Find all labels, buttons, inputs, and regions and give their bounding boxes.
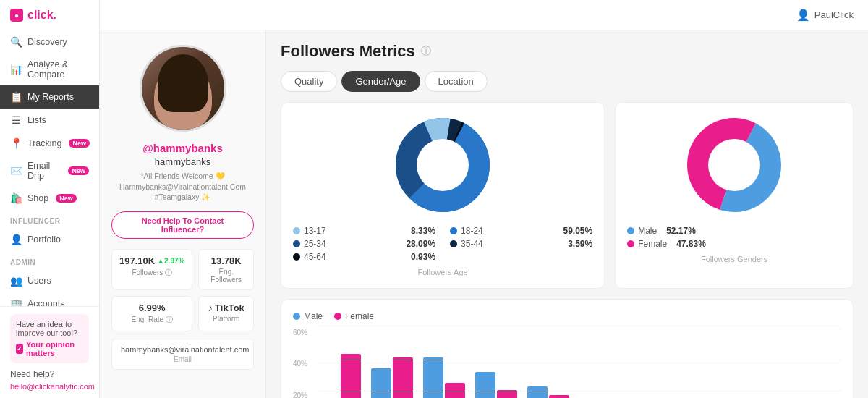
male-label: Male <box>304 311 323 321</box>
avatar-image <box>142 47 224 130</box>
bar-group-1824 <box>371 357 413 398</box>
legend-dot <box>450 240 457 247</box>
opinion-link-text: Your opinion matters <box>26 340 83 357</box>
tiktok-icon: ♪ <box>208 302 213 313</box>
chart-icon: 📊 <box>10 64 22 75</box>
age-donut-chart <box>392 114 493 216</box>
bar-male <box>371 368 391 398</box>
accounts-icon: 🏢 <box>10 298 22 306</box>
followers-value: 197.10K ▲2.97% <box>119 255 184 266</box>
email-value: hammybanks@viralnationtalent.com <box>121 345 244 354</box>
sidebar-item-portfolio[interactable]: 👤 Portfolio <box>0 228 99 251</box>
content-area: @hammybanks hammybanks *All Friends Welc… <box>100 30 868 398</box>
eng-rate-value: 6.99% <box>119 302 184 313</box>
gender-donut-chart <box>684 114 785 216</box>
users-icon: 👥 <box>10 275 22 287</box>
sidebar-item-shop[interactable]: 🛍️ Shop New <box>0 187 99 210</box>
sidebar-nav: 🔍 Discovery 📊 Analyze & Compare 📋 My Rep… <box>0 30 99 306</box>
sidebar-item-label: Users <box>27 276 51 286</box>
profile-bio: *All Friends Welcome 💛 Hammybanks@Viraln… <box>111 171 254 203</box>
legend-value: 47.83% <box>676 239 706 249</box>
sidebar: ● click. 🔍 Discovery 📊 Analyze & Compare… <box>0 0 100 398</box>
legend-label: 45-64 <box>304 252 326 262</box>
bar-legend-row: Male Female <box>293 311 841 321</box>
reports-icon: 📋 <box>10 91 22 103</box>
age-donut-svg <box>392 114 493 216</box>
sidebar-item-analyze[interactable]: 📊 Analyze & Compare <box>0 54 99 85</box>
stat-eng-rate: 6.99% Eng. Rate ⓘ <box>111 296 192 331</box>
sidebar-item-my-reports[interactable]: 📋 My Reports <box>0 85 99 109</box>
bar-female <box>497 390 517 398</box>
logo[interactable]: ● click. <box>0 0 99 30</box>
legend-value: 28.09% <box>406 239 435 249</box>
profile-panel: @hammybanks hammybanks *All Friends Welc… <box>100 30 266 398</box>
new-badge: New <box>68 166 89 175</box>
sidebar-item-label: Analyze & Compare <box>27 59 89 80</box>
legend-label: 25-34 <box>304 239 326 249</box>
tab-quality[interactable]: Quality <box>281 71 337 92</box>
new-badge: New <box>69 139 90 148</box>
legend-dot <box>293 240 300 247</box>
svg-point-6 <box>417 139 469 191</box>
sidebar-item-discovery[interactable]: 🔍 Discovery <box>0 30 99 54</box>
bar-chart-area: 60% 40% 20% <box>293 329 841 398</box>
profile-username: hammybanks <box>155 156 210 167</box>
page-title: Followers Metrics <box>281 42 415 61</box>
followers-change: ▲2.97% <box>157 257 184 265</box>
platform-value: ♪ TikTok <box>206 302 246 313</box>
opinion-box: Have an idea to improve our tool? ✓ Your… <box>10 314 89 363</box>
bar-group-3544 <box>475 372 517 398</box>
sidebar-item-accounts[interactable]: 🏢 Accounts <box>0 292 99 306</box>
bar-female <box>549 395 569 398</box>
stats-grid: 197.10K ▲2.97% Followers ⓘ 13.78K Eng. F… <box>111 249 254 331</box>
svg-point-9 <box>708 139 760 191</box>
donut-charts-row: 13-17 8.33% 18-24 59.05% 25-34 28.09% <box>281 102 854 289</box>
bar-group-1317 <box>319 354 361 398</box>
sidebar-item-users[interactable]: 👥 Users <box>0 269 99 292</box>
influencer-section-label: INFLUENCER <box>0 210 99 228</box>
gender-legend: Male 52.17% Female 47.83% <box>627 226 841 249</box>
legend-value: 3.59% <box>568 239 592 249</box>
tab-gender-age[interactable]: Gender/Age <box>341 71 420 92</box>
bar-female <box>445 383 465 398</box>
gender-chart-card: Male 52.17% Female 47.83% Followers Gend… <box>615 102 854 289</box>
age-chart-card: 13-17 8.33% 18-24 59.05% 25-34 28.09% <box>281 102 605 289</box>
legend-dot <box>450 227 457 234</box>
sidebar-item-tracking[interactable]: 📍 Tracking New <box>0 132 99 155</box>
bar-male <box>423 357 443 398</box>
username-display: PaulClick <box>814 9 854 20</box>
legend-value: 8.33% <box>411 226 435 236</box>
new-badge: New <box>56 194 77 203</box>
contact-button[interactable]: Need Help To Contact Influencer? <box>111 211 254 239</box>
email-type-label: Email <box>121 355 244 363</box>
check-icon: ✓ <box>16 344 23 354</box>
stat-platform: ♪ TikTok Platform <box>198 296 254 331</box>
tab-location[interactable]: Location <box>425 71 488 92</box>
sidebar-item-email-drip[interactable]: ✉️ Email Drip New <box>0 155 99 187</box>
female-label: Female <box>345 311 374 321</box>
sidebar-item-label: Email Drip <box>27 161 61 181</box>
sidebar-item-label: Lists <box>27 115 46 125</box>
email-icon: ✉️ <box>10 165 22 177</box>
portfolio-icon: 👤 <box>10 234 22 245</box>
sidebar-item-lists[interactable]: ☰ Lists <box>0 109 99 132</box>
help-email[interactable]: hello@clickanalytic.com <box>10 382 89 391</box>
bar-legend-male: Male <box>293 311 323 321</box>
platform-label: Platform <box>206 315 246 323</box>
bar-female <box>341 354 361 398</box>
grid-line <box>319 329 841 329</box>
legend-item-male: Male 52.17% <box>627 226 841 236</box>
info-icon[interactable]: ⓘ <box>421 45 431 58</box>
tracking-icon: 📍 <box>10 137 22 149</box>
opinion-link[interactable]: ✓ Your opinion matters <box>16 340 83 357</box>
legend-item-4564: 45-64 0.93% <box>293 252 435 262</box>
bar-female <box>393 357 413 398</box>
sidebar-bottom: Have an idea to improve our tool? ✓ Your… <box>0 306 99 398</box>
sidebar-item-label: Discovery <box>27 37 67 47</box>
legend-label: Male <box>638 226 657 236</box>
main-area: 👤 PaulClick @hammybanks hammybanks *All … <box>100 0 868 398</box>
logo-icon: ● <box>10 9 23 22</box>
bar-group-2534 <box>423 357 465 398</box>
legend-value: 0.93% <box>411 252 435 262</box>
bar-group-4564 <box>527 386 569 398</box>
